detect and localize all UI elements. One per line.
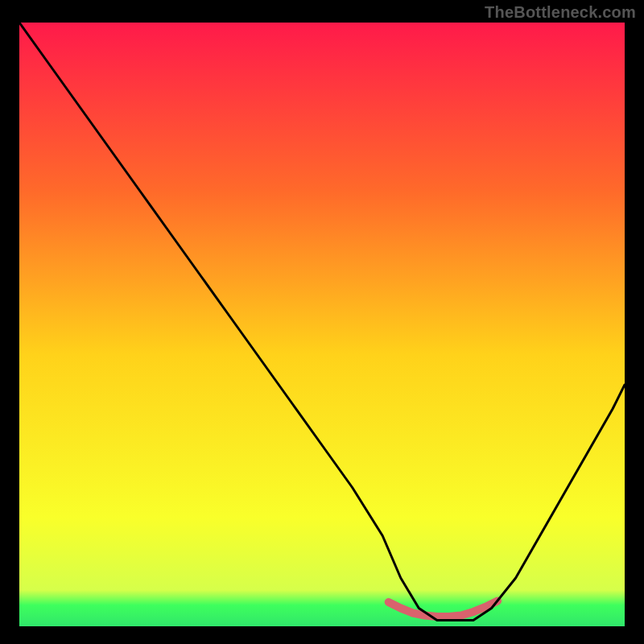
gradient-background	[19, 23, 625, 626]
chart-frame: TheBottleneck.com	[0, 0, 644, 644]
watermark-text: TheBottleneck.com	[485, 3, 636, 22]
chart-svg	[19, 23, 625, 626]
plot-area	[19, 23, 625, 626]
